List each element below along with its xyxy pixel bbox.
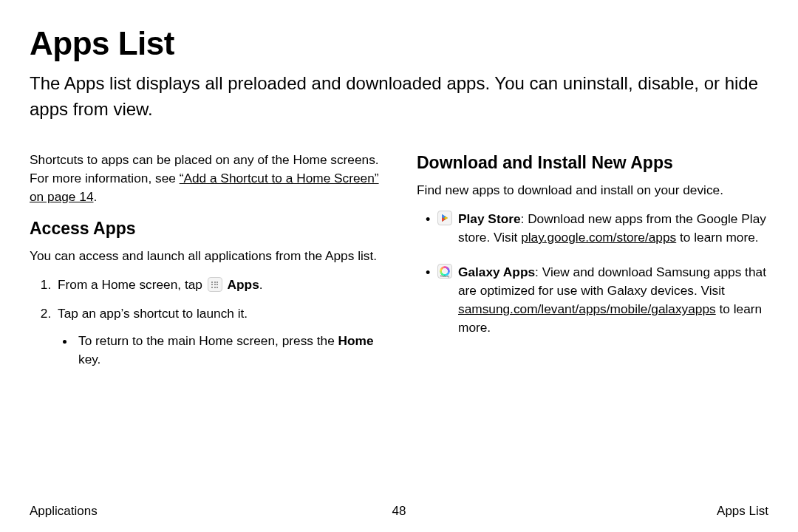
galaxy-apps-name: Galaxy Apps [458, 265, 535, 279]
step1-post: . [259, 277, 263, 292]
access-apps-desc: You can access and launch all applicatio… [30, 247, 381, 265]
galaxy-apps-link[interactable]: samsung.com/levant/apps/mobile/galaxyapp… [458, 301, 716, 316]
step2-sub-item: To return to the main Home screen, press… [75, 332, 381, 369]
access-apps-heading: Access Apps [30, 216, 381, 241]
right-column: Download and Install New Apps Find new a… [417, 151, 768, 380]
galaxy-apps-icon: Galaxy [437, 264, 452, 279]
left-column: Shortcuts to apps can be placed on any o… [30, 151, 381, 380]
step-1: From a Home screen, tap Apps. [55, 276, 381, 294]
page-footer: Applications 48 Apps List [30, 504, 768, 519]
two-column-layout: Shortcuts to apps can be placed on any o… [30, 151, 768, 380]
shortcuts-paragraph: Shortcuts to apps can be placed on any o… [30, 151, 381, 206]
page-title: Apps List [30, 25, 768, 62]
play-store-item: Play Store: Download new apps from the G… [420, 210, 768, 247]
shortcuts-post: . [94, 189, 98, 204]
galaxy-apps-item: Galaxy Galaxy Apps: View and download Sa… [420, 263, 768, 337]
apps-grid-icon [208, 277, 222, 292]
step2-sub-pre: To return to the main Home screen, press… [78, 333, 338, 348]
footer-right: Apps List [717, 504, 768, 519]
play-store-link[interactable]: play.google.com/store/apps [521, 230, 676, 245]
footer-left: Applications [30, 504, 98, 519]
step1-apps-label: Apps [228, 277, 259, 292]
play-text-post: to learn more. [676, 230, 758, 245]
step-2: Tap an app’s shortcut to launch it. To r… [55, 304, 381, 369]
play-store-icon [437, 211, 452, 225]
home-key-label: Home [338, 333, 374, 348]
intro-text: The Apps list displays all preloaded and… [30, 71, 768, 123]
step2-sublist: To return to the main Home screen, press… [58, 332, 381, 369]
galaxy-icon-label: Galaxy [438, 274, 451, 279]
app-store-list: Play Store: Download new apps from the G… [417, 210, 768, 337]
download-install-heading: Download and Install New Apps [417, 151, 768, 175]
access-steps-list: From a Home screen, tap Apps. Tap an app… [30, 276, 381, 369]
step1-pre: From a Home screen, tap [58, 277, 206, 292]
step2-text: Tap an app’s shortcut to launch it. [58, 306, 248, 321]
step2-sub-post: key. [78, 352, 100, 366]
download-install-desc: Find new apps to download and install on… [417, 181, 768, 200]
page: Apps List The Apps list displays all pre… [0, 0, 798, 532]
page-number: 48 [392, 504, 406, 519]
play-store-name: Play Store [458, 211, 521, 226]
